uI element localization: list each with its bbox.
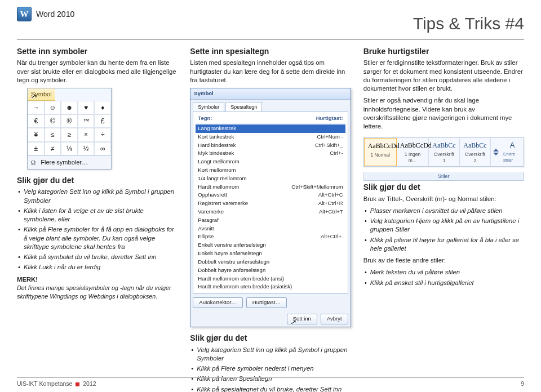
steps-list: Merk teksten du vil påføre stilen Klikk …: [363, 268, 524, 287]
list-row[interactable]: Registrert varemerkeAlt+Ctrl+R: [196, 199, 345, 208]
style-card[interactable]: AaBbCcDd 1 Normal: [364, 138, 397, 166]
list-row[interactable]: Paragraf: [196, 216, 345, 225]
symbol-cell[interactable]: →: [28, 101, 45, 114]
list-row[interactable]: Myk bindestrekCtrl+-: [196, 149, 345, 158]
symbol-cell[interactable]: ±: [28, 142, 45, 155]
page-footer: UiS-IKT Kompetanse 2012 9: [17, 377, 524, 387]
step-item: Klikk på pilene til høyre for galleriet …: [363, 236, 524, 253]
lead-text-2: Bruk av de fleste andre stiler:: [363, 256, 524, 265]
styles-para1: Stiler er ferdiginnstilte tekstformateri…: [363, 59, 524, 93]
symbol-cell[interactable]: ≤: [45, 128, 61, 141]
page-number: 9: [521, 380, 524, 387]
autocorrect-button[interactable]: Autokorrektor…: [193, 297, 243, 308]
list-row[interactable]: 1/4 langt mellomrom: [196, 175, 345, 183]
symbol-cell[interactable]: €: [28, 114, 45, 128]
symbol-cell[interactable]: ≠: [45, 142, 61, 155]
list-row[interactable]: Avsnitt: [196, 225, 345, 233]
divider: [17, 39, 524, 39]
sec-heading-styles: Bruke hurtigstiler: [363, 46, 524, 57]
symbol-cell[interactable]: ©: [45, 114, 61, 128]
step-item: Velg kategorien Sett inn og klikk på Sym…: [190, 346, 351, 363]
symbol-cell[interactable]: ☺: [45, 101, 61, 114]
omega-icon: Ω: [31, 159, 36, 166]
cancel-button[interactable]: Avbryt: [321, 314, 348, 324]
styles-para2: Stiler er også nødvendig når du skal lag…: [363, 96, 524, 131]
lead-text: Bruk av Tittel-, Overskrift (nr)- og Nor…: [363, 195, 524, 203]
tab-specialchars[interactable]: Spesialtegn: [225, 102, 262, 112]
footer-year: 2012: [83, 380, 96, 387]
list-row[interactable]: Kort tankestrekCtrl+Num -: [196, 133, 345, 141]
ribbon-group-label: Stiler: [363, 172, 524, 181]
symbol-cell[interactable]: ∞: [94, 142, 111, 155]
list-row[interactable]: Hardt mellomrom uten bredde (ansi): [196, 275, 345, 283]
gallery-scroll[interactable]: [491, 138, 501, 166]
intro-special: Listen med spesialtegn inneholder også t…: [190, 59, 351, 84]
howto-heading: Slik gjør du det: [17, 175, 178, 186]
column-specialchars: Sette inn spesialtegn Listen med spesial…: [190, 45, 351, 393]
symbol-cell[interactable]: ¼: [61, 142, 78, 155]
styles-ribbon: AaBbCcDd 1 Normal AaBbCcDd 1 Ingen m... …: [363, 134, 524, 180]
note-body: Det finnes mange spesialsymboler og -teg…: [17, 284, 178, 300]
step-item: Velg kategorien Hjem og klikk på en av h…: [363, 217, 524, 234]
symbol-cell[interactable]: ♦: [94, 101, 111, 114]
symbol-dropdown: Symbol → ☺ ☻ ♥ ♦ € © ® ™ £ ¥ ≤ ≥ × ÷: [27, 88, 112, 169]
list-row[interactable]: Dobbelt venstre anførselstegn: [196, 258, 345, 266]
insert-button[interactable]: Sett inn: [287, 314, 317, 324]
symbol-cell[interactable]: ¥: [28, 128, 45, 141]
tab-symbols[interactable]: Symboler: [193, 102, 224, 112]
style-card[interactable]: AaBbCc Overskrift 1: [429, 138, 460, 166]
step-item: Plasser markøren i avsnittet du vil påfø…: [363, 207, 524, 215]
symbol-cell[interactable]: ≥: [61, 128, 78, 141]
list-row[interactable]: Kort mellomrom: [196, 166, 345, 175]
more-symbols-label: Flere symboler…: [41, 159, 88, 166]
page-title: Tips & Triks #4: [17, 12, 524, 35]
symbol-cell[interactable]: ™: [78, 114, 95, 128]
step-item: Klikk i listen for å velge et av de sist…: [17, 207, 178, 224]
symbol-cell[interactable]: ☻: [61, 101, 78, 114]
symbol-cell[interactable]: ×: [78, 128, 95, 141]
list-row[interactable]: Dobbelt høyre anførselstegn: [196, 266, 345, 275]
intro-symbols: Når du trenger symboler kan du hente dem…: [17, 59, 178, 84]
list-row[interactable]: Hardt mellomrom uten bredde (asiatisk): [196, 283, 345, 291]
symbol-grid: → ☺ ☻ ♥ ♦ € © ® ™ £ ¥ ≤ ≥ × ÷ ± ≠: [28, 101, 111, 155]
column-quickstyles: Bruke hurtigstiler Stiler er ferdiginnst…: [363, 45, 524, 393]
steps-list: Velg kategorien Sett inn og klikk på Sym…: [17, 188, 178, 271]
chevron-up-icon: [493, 149, 499, 152]
list-row[interactable]: Lang tankestrek: [196, 124, 345, 133]
symbol-dialog: Symbol Symboler Spesialtegn Tegn: Hurtig…: [190, 88, 351, 327]
list-row[interactable]: EllipseAlt+Ctrl+.: [196, 233, 345, 241]
col-header-char: Tegn:: [198, 115, 212, 122]
chevron-down-icon: [493, 153, 499, 155]
symbol-cell[interactable]: ♥: [78, 101, 95, 114]
word-logo-icon: W: [17, 7, 32, 21]
list-row[interactable]: Hard bindestrekCtrl+Skift+_: [196, 141, 345, 150]
sec-heading-symbols: Sette inn symboler: [17, 46, 178, 57]
howto-heading: Slik gjør du det: [363, 182, 524, 193]
dialog-title: Symbol: [190, 88, 350, 100]
list-row[interactable]: Enkelt høyre anførselstegn: [196, 250, 345, 258]
list-row[interactable]: Enkelt venstre anførselstegn: [196, 241, 345, 250]
list-row[interactable]: Langt mellomrom: [196, 158, 345, 166]
footer-square-icon: [76, 382, 79, 386]
change-styles-button[interactable]: A Endre stiler: [501, 138, 524, 166]
symbol-cell[interactable]: ÷: [94, 128, 111, 141]
list-row[interactable]: VaremerkeAlt+Ctrl+T: [196, 208, 345, 216]
step-item: Klikk på symbolet du vil bruke, deretter…: [17, 253, 178, 261]
product-name: Word 2010: [36, 9, 74, 20]
step-item: Klikk på ønsket stil i hurtigstilgalleri…: [363, 279, 524, 287]
note-heading: MERK!: [17, 275, 178, 284]
step-item: Velg kategorien Sett inn og klikk på Sym…: [17, 188, 178, 205]
list-row[interactable]: Hardt mellomromCtrl+Skift+Mellomrom: [196, 183, 345, 191]
more-symbols-item[interactable]: Ω Flere symboler…: [28, 155, 111, 169]
step-item: Klikk på Flere symboler for å få opp en …: [17, 225, 178, 251]
symbol-button[interactable]: Symbol: [28, 88, 55, 101]
symbol-cell[interactable]: £: [94, 114, 111, 128]
style-card[interactable]: AaBbCcDd 1 Ingen m...: [397, 138, 429, 166]
hotkey-button[interactable]: Hurtigtast…: [246, 297, 287, 308]
list-row[interactable]: OpphavsrettAlt+Ctrl+C: [196, 191, 345, 199]
column-symbols: Sette inn symboler Når du trenger symbol…: [17, 45, 178, 393]
symbol-cell[interactable]: ½: [78, 142, 95, 155]
symbol-cell[interactable]: ®: [61, 114, 78, 128]
style-card[interactable]: AaBbCc Overskrift 2: [460, 138, 491, 166]
footer-org: UiS-IKT Kompetanse: [17, 380, 72, 387]
